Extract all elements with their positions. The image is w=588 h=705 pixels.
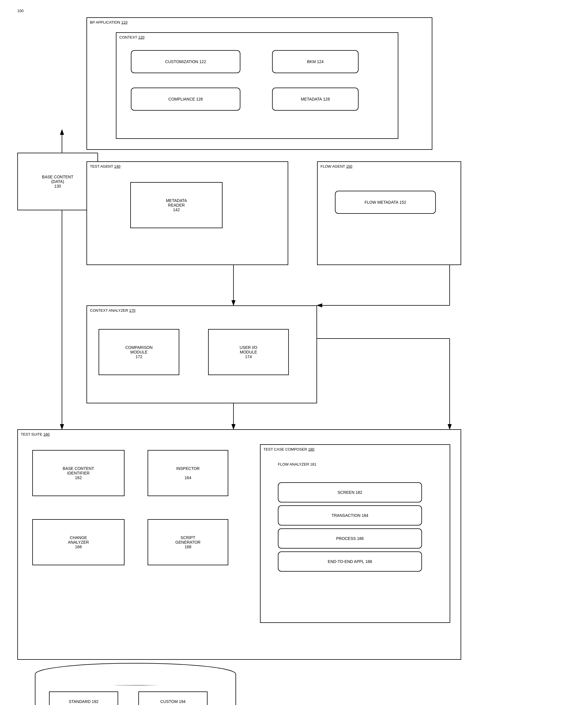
flow-metadata-box: FLOW METADATA 152 [335,191,436,214]
user-io-module-label: USER I/OMODULE [239,345,257,355]
test-case-composer-title: TEST CASE COMPOSER 180 [264,447,314,452]
user-io-module-box: USER I/OMODULE 174 [208,329,289,375]
test-agent-box: TEST AGENT 140 METADATA READER 142 [87,161,288,265]
compliance-box: COMPLIANCE 126 [131,88,240,111]
diagram: 100 BP APPLICATION 110 CONTEXT 120 CUSTO… [0,0,588,705]
process-box: PROCESS 186 [278,528,422,549]
base-content-identifier-label: BASE CONTENT IDENTIFIER [63,466,94,475]
bp-application-title: BP APPLICATION 110 [90,20,127,25]
inspector-box: INSPECTOR 164 [147,450,228,496]
end-to-end-box: END-TO-END APPL 188 [278,552,422,572]
transaction-box: TRANSACTION 184 [278,505,422,525]
top-label: 100 [17,9,24,13]
context-analyzer-box: CONTEXT ANALYZER 170 COMPARISON MODULE 1… [87,306,317,403]
metadata-box: METADATA 128 [272,88,359,111]
bkm-box: BKM 124 [272,50,359,73]
base-content-identifier-box: BASE CONTENT IDENTIFIER 162 [32,450,125,496]
change-analyzer-label: CHANGE ANALYZER [68,535,89,545]
context-analyzer-title: CONTEXT ANALYZER 170 [90,308,135,313]
test-case-composer-box: TEST CASE COMPOSER 180 FLOW ANALYZER 181… [260,444,450,623]
script-generator-label: SCRIPT GENERATOR [175,535,200,545]
bp-application-box: BP APPLICATION 110 CONTEXT 120 CUSTOMIZA… [87,17,433,150]
comparison-module-label: COMPARISON MODULE [125,345,153,355]
customization-box: CUSTOMIZATION 122 [131,50,240,73]
custom-box: CUSTOM 194 [138,692,208,705]
metadata-reader-label: METADATA READER [166,198,187,207]
component-library: STANDARD 192 CUSTOM 194 COMPONENT LIBRAR… [35,663,236,705]
context-title: CONTEXT 120 [119,35,144,40]
test-suite-box: TEST SUITE 160 BASE CONTENT IDENTIFIER 1… [17,429,461,660]
base-content-label: BASE CONTENT (DATA) 130 [42,175,74,188]
context-box: CONTEXT 120 CUSTOMIZATION 122 BKM 124 CO… [116,32,398,139]
svg-rect-13 [36,674,235,685]
change-analyzer-box: CHANGE ANALYZER 166 [32,519,125,565]
screen-box: SCREEN 182 [278,482,422,503]
standard-box: STANDARD 192 [49,692,118,705]
test-suite-title: TEST SUITE 160 [21,432,50,437]
flow-analyzer-label: FLOW ANALYZER 181 [278,462,316,466]
comparison-module-box: COMPARISON MODULE 172 [99,329,179,375]
metadata-reader-box: METADATA READER 142 [130,182,223,228]
flow-agent-box: FLOW AGENT 150 FLOW METADATA 152 [317,161,461,265]
script-generator-box: SCRIPT GENERATOR 168 [147,519,228,565]
base-content-box: BASE CONTENT (DATA) 130 [17,153,98,210]
flow-agent-title: FLOW AGENT 150 [320,164,352,169]
test-agent-title: TEST AGENT 140 [90,164,121,169]
